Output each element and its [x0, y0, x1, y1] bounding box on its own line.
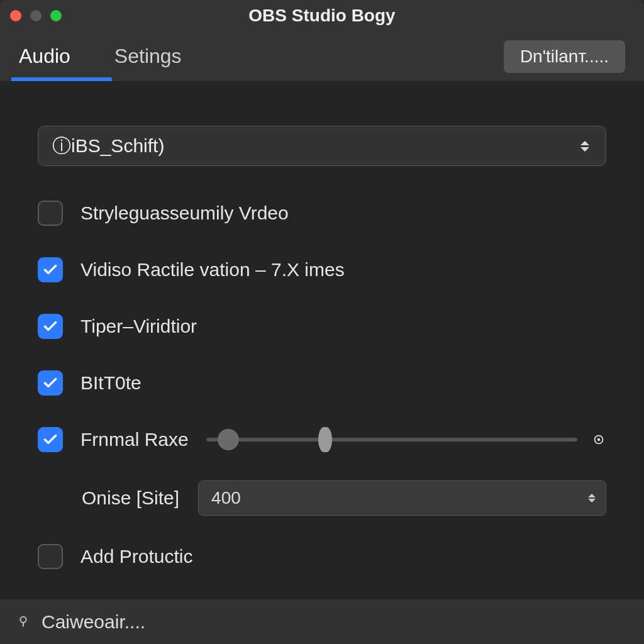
titlebar: OBS Studio Bogy: [0, 0, 644, 31]
tab-settings[interactable]: Setings: [114, 31, 182, 82]
stepper-icon[interactable]: [588, 494, 596, 502]
option-row: Vidiso Ractile vation – 7.X imes: [38, 254, 606, 286]
checkbox-bitt0te[interactable]: [38, 370, 63, 396]
checkmark-icon: [42, 262, 58, 278]
close-window-button[interactable]: [10, 10, 21, 21]
checkbox-vidiso-ractile[interactable]: [38, 257, 63, 282]
checkmark-icon: [42, 318, 58, 335]
maximize-window-button[interactable]: [50, 10, 62, 21]
svg-point-2: [20, 616, 26, 622]
tab-audio[interactable]: Audio: [19, 31, 70, 82]
select-value: ⓘiBS_Schift): [52, 133, 164, 159]
option-label: Stryleguasseumily Vrdeo: [80, 203, 289, 224]
option-label: Tiper–Viridtior: [80, 316, 197, 337]
svg-point-1: [597, 438, 601, 441]
slider-container: [206, 432, 606, 447]
frnmal-raxe-slider[interactable]: [206, 438, 577, 441]
active-tab-indicator: [11, 77, 112, 81]
header-action-button[interactable]: Dn'tilanт.....: [504, 40, 625, 73]
option-row: Tiper–Viridtior: [38, 311, 606, 342]
pin-icon[interactable]: [16, 611, 30, 633]
checkmark-icon: [42, 375, 58, 391]
onise-row: Onise [Site] 400: [38, 480, 606, 516]
option-row: BItT0te: [38, 367, 606, 399]
checkbox-stryleguasseumily[interactable]: [38, 201, 63, 226]
target-icon[interactable]: [591, 432, 606, 447]
option-row: Frnmal Raxe: [38, 424, 606, 455]
slider-marker[interactable]: [318, 427, 332, 452]
onise-label: Onise [Site]: [82, 487, 179, 509]
onise-input[interactable]: 400: [198, 480, 606, 516]
minimize-window-button[interactable]: [30, 10, 42, 21]
option-label: Frnmal Raxe: [80, 429, 189, 450]
profile-select[interactable]: ⓘiBS_Schift): [38, 126, 606, 166]
window-controls: [10, 10, 62, 21]
tab-bar: Audio Setings Dn'tilanт.....: [0, 31, 644, 82]
button-label: Dn'tilanт.....: [520, 47, 609, 66]
tab-label: Setings: [114, 45, 182, 68]
status-text: Caiweoair....: [42, 611, 145, 633]
option-label: Vidiso Ractile vation – 7.X imes: [80, 259, 345, 280]
window-title: OBS Studio Bogy: [0, 6, 644, 26]
checkbox-frnmal-raxe[interactable]: [38, 427, 63, 452]
checkbox-add-protuctic[interactable]: [38, 544, 63, 569]
chevron-updown-icon: [578, 141, 592, 152]
option-row: Stryleguasseumily Vrdeo: [38, 197, 606, 229]
option-label: Add Protuctic: [80, 546, 192, 567]
tab-label: Audio: [19, 45, 70, 68]
option-row: Add Protuctic: [38, 541, 606, 572]
checkbox-tiper-viridtior[interactable]: [38, 314, 63, 339]
slider-thumb[interactable]: [218, 429, 239, 450]
settings-panel: ⓘiBS_Schift) Stryleguasseumily Vrdeo Vid…: [0, 82, 644, 610]
option-label: BItT0te: [80, 372, 142, 394]
status-bar: Caiweoair....: [0, 599, 644, 644]
onise-value: 400: [211, 488, 241, 508]
checkmark-icon: [42, 431, 58, 448]
